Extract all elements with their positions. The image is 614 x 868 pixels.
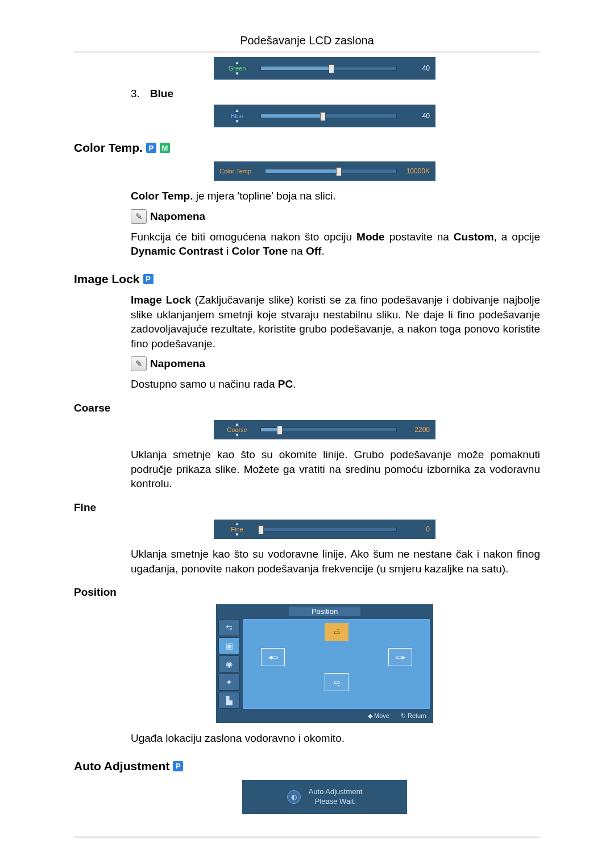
position-desc: Ugađa lokaciju zaslona vodoravno i okomi… bbox=[131, 731, 540, 746]
osd-green-label-col: ▲ Green ▼ bbox=[219, 61, 255, 76]
heading-image-lock: Image Lock P bbox=[74, 272, 540, 286]
color-temp-desc: Color Temp. je mjera 'topline' boja na s… bbox=[131, 189, 540, 203]
chevron-down-icon: ▼ bbox=[235, 433, 239, 438]
ct-note-m1: postavite na bbox=[385, 231, 454, 243]
chevron-down-icon: ▼ bbox=[235, 119, 239, 124]
color-temp-desc-rest: je mjera 'topline' boja na slici. bbox=[193, 190, 335, 202]
badge-p-icon: P bbox=[146, 143, 156, 153]
ct-note-b4: Color Tone bbox=[231, 245, 288, 257]
osd-coarse-label-col: ▲ Coarse ▼ bbox=[219, 422, 255, 438]
ct-note-b3: Dynamic Contrast bbox=[131, 245, 223, 257]
osd-coarse-value: 2200 bbox=[403, 426, 430, 434]
position-left-button[interactable]: ◂▭ bbox=[261, 648, 285, 666]
bottom-rule bbox=[74, 837, 540, 837]
il-note-a: Dostupno samo u načinu rada bbox=[131, 378, 278, 390]
ct-note-m2: , a opcije bbox=[494, 231, 540, 243]
osd-fine-label-col: ▲ Fine ▼ bbox=[219, 522, 255, 537]
osd-position-panel: Position ⇆ ▣ ◉ ✦ ▙ ▭̂ ◂▭ ▭▸ ▭̬ ◆ Move bbox=[216, 604, 433, 723]
il-note-b1: PC bbox=[278, 378, 293, 390]
note-label: Napomena bbox=[150, 358, 205, 370]
osd-blue-slider: ▲ Blue ▼ 40 bbox=[214, 105, 435, 127]
osd-footer-return: ↻ Return bbox=[401, 712, 426, 720]
list-item-blue: 3. Blue bbox=[74, 88, 540, 100]
ct-note-b2: Custom bbox=[454, 231, 494, 243]
note-icon: ✎ bbox=[131, 209, 147, 224]
note-label: Napomena bbox=[150, 210, 205, 223]
osd-side-tabs: ⇆ ▣ ◉ ✦ ▙ bbox=[216, 618, 242, 710]
osd-coarse-label: Coarse bbox=[227, 427, 247, 433]
osd-tab-picture-icon[interactable]: ▣ bbox=[218, 637, 240, 654]
osd-auto-line2: Please Wait. bbox=[309, 797, 363, 807]
osd-fine-label: Fine bbox=[231, 526, 243, 533]
osd-tab-input-icon[interactable]: ⇆ bbox=[218, 619, 240, 636]
heading-color-temp: Color Temp. P M bbox=[74, 141, 540, 155]
page-title: Podešavanje LCD zaslona bbox=[0, 34, 614, 47]
osd-position-header: Position bbox=[216, 604, 433, 618]
osd-green-value: 40 bbox=[403, 64, 430, 72]
osd-fine-slider: ▲ Fine ▼ 0 bbox=[214, 520, 435, 539]
fine-desc: Uklanja smetnje kao što su vodoravne lin… bbox=[131, 547, 540, 576]
osd-fine-track[interactable] bbox=[260, 527, 397, 531]
ct-note-b5: Off bbox=[306, 245, 321, 257]
badge-p-icon: P bbox=[173, 761, 183, 771]
osd-green-thumb[interactable] bbox=[329, 64, 334, 73]
osd-blue-thumb[interactable] bbox=[320, 112, 326, 121]
badge-p-icon: P bbox=[143, 274, 154, 284]
note-icon: ✎ bbox=[131, 356, 147, 371]
ct-note-m3: i bbox=[223, 245, 232, 257]
il-desc-b: Image Lock bbox=[131, 294, 191, 306]
heading-auto-adjustment-text: Auto Adjustment bbox=[74, 759, 169, 773]
osd-auto-adjust-box: ◐ Auto Adjustment Please Wait. bbox=[242, 780, 407, 814]
note-row-colortemp: ✎ Napomena bbox=[131, 209, 540, 224]
osd-colortemp-thumb[interactable] bbox=[336, 167, 342, 176]
osd-tab-multi-icon[interactable]: ▙ bbox=[218, 692, 240, 709]
ct-note-b1: Mode bbox=[356, 231, 385, 243]
osd-coarse-slider: ▲ Coarse ▼ 2200 bbox=[214, 420, 435, 439]
il-desc-rest: (Zaključavanje slike) koristi se za fino… bbox=[131, 294, 540, 350]
osd-green-label: Green bbox=[229, 65, 246, 72]
heading-image-lock-text: Image Lock bbox=[74, 272, 140, 286]
osd-blue-track[interactable] bbox=[260, 114, 397, 118]
chevron-down-icon: ▼ bbox=[235, 72, 239, 76]
badge-m-icon: M bbox=[160, 143, 170, 153]
osd-colortemp-track[interactable] bbox=[265, 169, 397, 173]
osd-tab-setup-icon[interactable]: ✦ bbox=[218, 674, 240, 691]
osd-tab-sound-icon[interactable]: ◉ bbox=[218, 655, 240, 672]
osd-position-main: ▭̂ ◂▭ ▭▸ ▭̬ bbox=[243, 619, 430, 709]
osd-green-track[interactable] bbox=[260, 66, 397, 70]
list-label-blue: Blue bbox=[150, 88, 173, 100]
heading-fine: Fine bbox=[74, 501, 540, 514]
color-temp-desc-bold: Color Temp. bbox=[131, 190, 193, 202]
ct-note-a: Funkcija će biti omogućena nakon što opc… bbox=[131, 231, 356, 243]
spinner-icon: ◐ bbox=[287, 790, 301, 804]
heading-position: Position bbox=[74, 586, 540, 599]
osd-blue-label-col: ▲ Blue ▼ bbox=[219, 109, 255, 124]
ct-note-m4: na bbox=[288, 245, 306, 257]
position-right-button[interactable]: ▭▸ bbox=[388, 648, 412, 666]
ct-note-end: . bbox=[321, 245, 324, 257]
osd-position-footer: ◆ Move ↻ Return bbox=[216, 710, 433, 720]
coarse-desc: Uklanja smetnje kao što su okomite linij… bbox=[131, 447, 540, 491]
osd-coarse-thumb[interactable] bbox=[277, 426, 283, 435]
osd-blue-value: 40 bbox=[403, 112, 430, 120]
osd-colortemp-fill bbox=[265, 169, 339, 173]
top-rule bbox=[74, 52, 540, 52]
osd-green-fill bbox=[261, 67, 331, 70]
osd-position-title: Position bbox=[289, 607, 360, 616]
image-lock-desc: Image Lock (Zaključavanje slike) koristi… bbox=[131, 293, 540, 351]
osd-colortemp-slider: Color Temp. 10000K bbox=[214, 161, 435, 181]
image-lock-note-text: Dostupno samo u načinu rada PC. bbox=[131, 377, 540, 392]
list-num: 3. bbox=[131, 88, 140, 100]
osd-green-slider: ▲ Green ▼ 40 bbox=[214, 57, 435, 80]
osd-colortemp-label: Color Temp. bbox=[219, 168, 259, 175]
heading-color-temp-text: Color Temp. bbox=[74, 141, 143, 155]
osd-coarse-track[interactable] bbox=[260, 427, 397, 432]
position-up-button[interactable]: ▭̂ bbox=[325, 623, 349, 641]
osd-fine-thumb[interactable] bbox=[258, 525, 264, 534]
position-down-button[interactable]: ▭̬ bbox=[325, 673, 349, 691]
color-temp-note-text: Funkcija će biti omogućena nakon što opc… bbox=[131, 230, 540, 259]
chevron-down-icon: ▼ bbox=[235, 533, 239, 537]
osd-blue-label: Blue bbox=[231, 113, 243, 119]
heading-auto-adjustment: Auto Adjustment P bbox=[74, 759, 540, 773]
heading-coarse: Coarse bbox=[74, 402, 540, 414]
